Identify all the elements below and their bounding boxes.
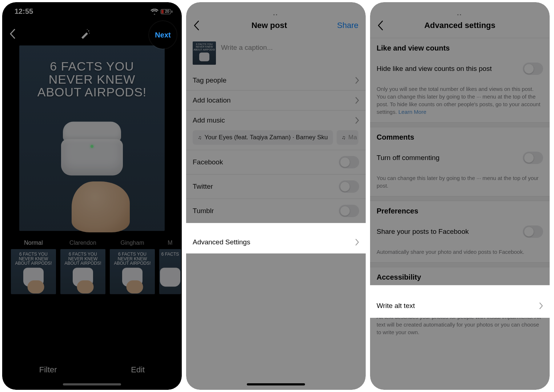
chevron-right-icon bbox=[356, 239, 359, 245]
hide-counts-toggle[interactable] bbox=[523, 63, 543, 75]
share-twitter-row[interactable]: Twitter bbox=[186, 174, 366, 199]
tag-people-row[interactable]: Tag people bbox=[186, 71, 366, 90]
music-note-icon: ♫ bbox=[198, 135, 202, 140]
music-chip[interactable]: ♫Ma bbox=[337, 130, 358, 145]
preview-headline: 6 FACTS YOU NEVER KNEW ABOUT AIRPODS! bbox=[19, 60, 165, 99]
share-facebook-row[interactable]: Facebook bbox=[186, 150, 366, 174]
filter-clarendon[interactable]: Clarendon 6 FACTS YOU NEVER KNEW ABOUT A… bbox=[60, 240, 105, 294]
caption-input[interactable]: Write a caption... bbox=[221, 41, 273, 52]
back-icon[interactable] bbox=[9, 29, 17, 39]
filter-normal[interactable]: Normal 6 FACTS YOU NEVER KNEW ABOUT AIRP… bbox=[11, 240, 56, 294]
section-accessibility: Accessibility bbox=[370, 267, 550, 285]
section-like-view-counts: Like and view counts bbox=[370, 38, 550, 56]
status-bar: 12:55 20 bbox=[2, 2, 182, 18]
section-preferences: Preferences bbox=[370, 201, 550, 219]
svg-point-2 bbox=[89, 33, 90, 33]
hide-counts-description: Only you will see the total number of li… bbox=[370, 81, 550, 122]
share-button[interactable]: Share bbox=[337, 21, 358, 30]
hide-counts-row[interactable]: Hide like and view counts on this post bbox=[370, 56, 550, 81]
music-chip[interactable]: ♫Your Eyes (feat. Taqiya Zaman) · Barney… bbox=[193, 130, 333, 145]
tumblr-toggle[interactable] bbox=[339, 205, 359, 217]
back-icon[interactable] bbox=[193, 20, 201, 31]
filter-partial[interactable]: M 6 FACTS bbox=[159, 240, 181, 294]
commenting-toggle[interactable] bbox=[523, 152, 543, 164]
airpods-illustration bbox=[59, 121, 125, 183]
chevron-right-icon bbox=[356, 97, 359, 104]
section-comments: Comments bbox=[370, 127, 550, 145]
new-post-header: New post Share bbox=[186, 2, 366, 38]
advanced-settings-header: Advanced settings bbox=[370, 2, 550, 38]
music-suggestions[interactable]: ♫Your Eyes (feat. Taqiya Zaman) · Barney… bbox=[186, 130, 366, 150]
chevron-right-icon bbox=[356, 77, 359, 84]
chevron-right-icon bbox=[356, 117, 359, 124]
phone-filter-screen: 12:55 20 6 FACTS YOU NEVER KNEW ABOUT bbox=[2, 2, 182, 390]
facebook-toggle[interactable] bbox=[339, 156, 359, 168]
page-title: New post bbox=[252, 21, 287, 30]
twitter-toggle[interactable] bbox=[339, 180, 359, 193]
share-tumblr-row[interactable]: Tumblr bbox=[186, 199, 366, 223]
status-recording-icon: ▪▪ bbox=[457, 12, 462, 17]
music-note-icon: ♫ bbox=[342, 135, 346, 140]
turn-off-commenting-row[interactable]: Turn off commenting bbox=[370, 145, 550, 171]
learn-more-link[interactable]: Learn More bbox=[398, 109, 426, 115]
back-icon[interactable] bbox=[377, 20, 385, 31]
magic-wand-icon[interactable] bbox=[79, 28, 91, 40]
chevron-right-icon bbox=[539, 303, 543, 309]
tab-filter[interactable]: Filter bbox=[39, 365, 57, 375]
wifi-icon bbox=[150, 9, 158, 15]
add-location-row[interactable]: Add location bbox=[186, 90, 366, 110]
photo-preview: 6 FACTS YOU NEVER KNEW ABOUT AIRPODS! bbox=[19, 45, 165, 231]
phone-new-post-screen: ▪▪ New post Share 6 FACTS YOU NEVER KNEW… bbox=[186, 2, 366, 390]
filter-gingham[interactable]: Gingham 6 FACTS YOU NEVER KNEW ABOUT AIR… bbox=[110, 240, 155, 294]
caption-thumbnail[interactable]: 6 FACTS YOU NEVER KNEW ABOUT AIRPODS! bbox=[193, 41, 216, 65]
next-button[interactable]: Next bbox=[149, 21, 177, 49]
comments-description: You can change this later by going to th… bbox=[370, 171, 550, 196]
home-indicator bbox=[247, 383, 305, 385]
write-alt-text-row-highlight[interactable]: Write alt text bbox=[370, 294, 550, 318]
share-facebook-description: Automatically share your photo and video… bbox=[370, 244, 550, 262]
caption-area[interactable]: 6 FACTS YOU NEVER KNEW ABOUT AIRPODS! Wr… bbox=[186, 38, 366, 71]
svg-point-0 bbox=[88, 31, 89, 32]
tab-edit[interactable]: Edit bbox=[131, 365, 145, 375]
share-to-facebook-row[interactable]: Share your posts to Facebook bbox=[370, 219, 550, 244]
page-title: Advanced settings bbox=[424, 21, 495, 30]
status-time: 12:55 bbox=[15, 7, 33, 16]
filter-strip[interactable]: Normal 6 FACTS YOU NEVER KNEW ABOUT AIRP… bbox=[2, 231, 182, 294]
advanced-settings-row-highlight[interactable]: Advanced Settings bbox=[186, 231, 366, 253]
battery-icon: 20 bbox=[161, 9, 172, 14]
add-music-row[interactable]: Add music bbox=[186, 110, 366, 130]
hand-illustration bbox=[72, 181, 130, 232]
status-recording-icon: ▪▪ bbox=[273, 12, 278, 17]
share-facebook-toggle[interactable] bbox=[523, 225, 543, 238]
svg-point-1 bbox=[87, 29, 88, 30]
phone-advanced-settings-screen: ▪▪ Advanced settings Like and view count… bbox=[370, 2, 550, 390]
home-indicator bbox=[63, 383, 121, 385]
